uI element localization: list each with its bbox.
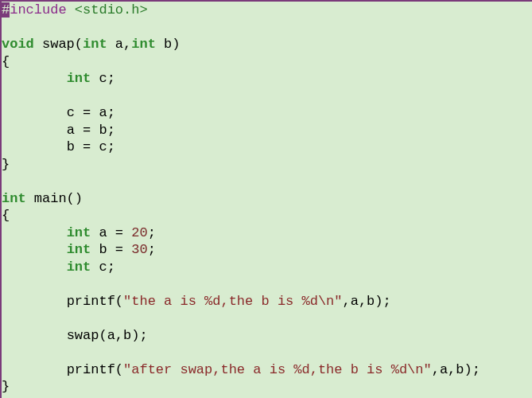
call-args: ,a,b); <box>432 362 480 377</box>
kw-int: int <box>67 259 91 275</box>
kw-int: int <box>67 225 91 240</box>
semi: ; <box>148 242 156 257</box>
kw-int: int <box>83 37 107 52</box>
kw-int: int <box>131 37 156 52</box>
call-printf: printf( <box>67 294 123 309</box>
kw-int: int <box>67 71 91 86</box>
stmt-assign: c = a; <box>67 105 115 120</box>
param-b: b) <box>156 37 181 52</box>
call-args: ,a,b); <box>343 294 391 309</box>
kw-void: void <box>2 37 34 52</box>
string-literal: "the a is %d,the b is %d\n" <box>123 294 342 309</box>
header-name: <stdio.h> <box>75 2 148 18</box>
num-literal: 20 <box>131 225 147 240</box>
num-literal: 30 <box>131 242 147 257</box>
decl-b: b = <box>91 242 131 257</box>
call-swap: swap(a,b); <box>67 328 148 343</box>
decl-c: c; <box>91 71 115 86</box>
param-a: a, <box>107 37 132 52</box>
kw-int: int <box>2 191 26 206</box>
preproc-include: include <box>10 2 75 18</box>
call-printf: printf( <box>67 362 123 377</box>
fn-main-sig: main() <box>26 191 83 206</box>
string-literal: "after swap,the a is %d,the b is %d\n" <box>123 362 432 377</box>
code-editor[interactable]: #include <stdio.h> void swap(int a,int b… <box>2 2 532 396</box>
stmt-assign: a = b; <box>67 123 115 138</box>
decl-a: a = <box>91 225 131 240</box>
brace-open: { <box>2 54 10 69</box>
fn-swap-sig: swap( <box>34 37 83 52</box>
cursor: # <box>2 2 10 18</box>
stmt-assign: b = c; <box>67 139 115 154</box>
brace-open: { <box>2 208 10 223</box>
semi: ; <box>148 225 156 240</box>
decl-c: c; <box>91 259 115 275</box>
brace-close: } <box>2 379 10 394</box>
kw-int: int <box>67 242 91 257</box>
brace-close: } <box>2 157 10 172</box>
